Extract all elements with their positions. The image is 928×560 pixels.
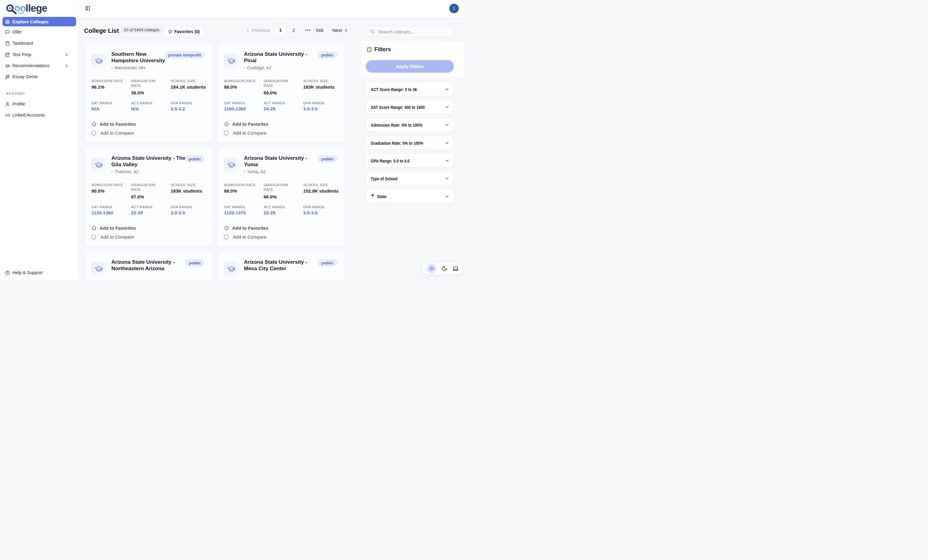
svg-text:oo: oo [14,3,26,14]
svg-text:llege: llege [26,3,47,14]
